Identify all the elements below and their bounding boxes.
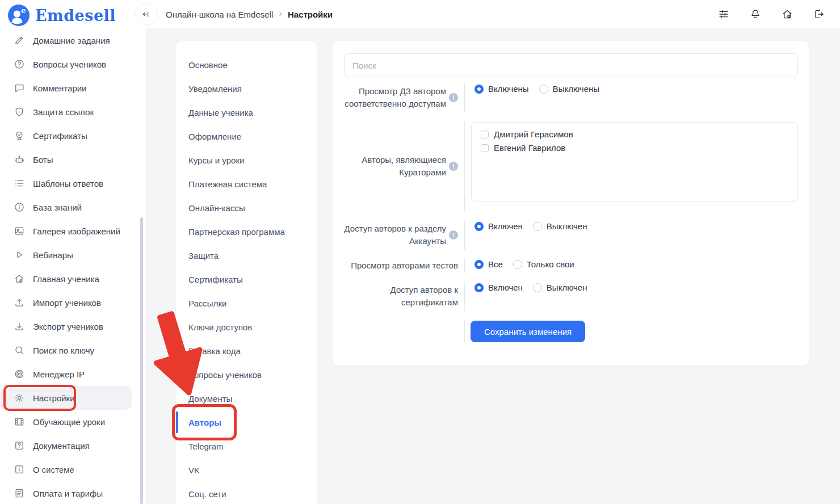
list-icon: [14, 178, 25, 189]
checkbox-option-label: Дмитрий Герасимов: [494, 129, 573, 139]
home-student-icon: [14, 273, 25, 284]
settings-menu-item-label: Вопросы учеников: [188, 370, 262, 380]
settings-menu-item-онлайн-кассы[interactable]: Онлайн-кассы: [176, 196, 317, 220]
info-icon[interactable]: !: [449, 162, 458, 171]
sidebar-item-менеджер-ip[interactable]: Менеджер IP: [0, 362, 132, 386]
settings-menu-item-документы[interactable]: Документы: [176, 387, 317, 410]
field-control: ВключеныВыключены: [464, 83, 798, 112]
settings-menu-item-уведомления[interactable]: Уведомления: [176, 77, 317, 100]
checkbox-option[interactable]: Евгений Гаврилов: [481, 143, 788, 153]
certificate-icon: [14, 130, 25, 141]
svg-text:e: e: [21, 6, 26, 15]
sidebar-item-обучающие-уроки[interactable]: Обучающие уроки: [0, 410, 132, 434]
settings-menu-item-рассылки[interactable]: Рассылки: [176, 291, 317, 315]
radio-option[interactable]: Только свои: [513, 259, 574, 269]
sidebar-item-label: Обучающие уроки: [33, 417, 105, 427]
image-icon: [14, 225, 25, 237]
search-input[interactable]: [344, 53, 798, 77]
sidebar-item-label: Комментарии: [33, 83, 86, 93]
radio-option[interactable]: Все: [474, 259, 503, 269]
logout-button[interactable]: [813, 8, 825, 20]
play-icon: [14, 249, 25, 261]
sidebar-item-label: Документация: [33, 441, 90, 451]
sidebar-item-экспорт-учеников[interactable]: Экспорт учеников: [0, 314, 132, 338]
radio-icon: [539, 85, 548, 94]
settings-menu-item-label: Вставка кода: [188, 346, 241, 356]
sliders-button[interactable]: [717, 8, 730, 20]
sidebar-item-label: База знаний: [33, 203, 82, 212]
sidebar-item-оплата-и-тарифы[interactable]: Оплата и тарифы: [0, 481, 132, 504]
settings-menu-item-label: Соц. сети: [188, 489, 226, 499]
settings-menu-item-авторы[interactable]: Авторы: [176, 410, 317, 434]
radio-option[interactable]: Выключен: [533, 221, 587, 231]
settings-menu-item-защита[interactable]: Защита: [176, 243, 317, 267]
settings-menu-item-курсы-и-уроки[interactable]: Курсы и уроки: [176, 148, 317, 172]
settings-menu-item-соц-сети[interactable]: Соц. сети: [176, 482, 317, 504]
settings-menu-item-вставка-кода[interactable]: Вставка кода: [176, 339, 317, 363]
radio-option[interactable]: Выключен: [533, 283, 587, 292]
sidebar-item-документация[interactable]: Документация: [0, 434, 132, 457]
settings-menu-item-label: Сертификаты: [188, 275, 243, 284]
sidebar-item-поиск-по-ключу[interactable]: Поиск по ключу: [0, 338, 132, 362]
radio-icon: [533, 222, 542, 231]
logout-icon: [813, 8, 825, 20]
settings-menu-item-платежная-система[interactable]: Платежная система: [176, 172, 317, 196]
settings-menu-item-сертификаты[interactable]: Сертификаты: [176, 267, 317, 291]
sidebar-item-вебинары[interactable]: Вебинары: [0, 243, 132, 267]
settings-menu-item-основное[interactable]: Основное: [176, 53, 317, 77]
radio-option-label: Включены: [488, 84, 529, 94]
radio-option[interactable]: Выключены: [539, 84, 599, 94]
bell-button[interactable]: [749, 8, 762, 20]
radio-option[interactable]: Включен: [474, 221, 523, 231]
breadcrumb-separator-icon: ›: [279, 8, 282, 19]
sidebar-item-защита-ссылок[interactable]: Защита ссылок: [0, 100, 132, 124]
radio-option-label: Включен: [488, 221, 523, 231]
curators-list[interactable]: Дмитрий ГерасимовЕвгений Гаврилов: [471, 122, 798, 201]
checkbox-icon: [481, 131, 489, 138]
sidebar-item-комментарии[interactable]: Комментарии: [0, 76, 132, 100]
info-icon[interactable]: !: [449, 93, 458, 102]
settings-menu-item-ключи-доступов[interactable]: Ключи доступов: [176, 315, 317, 339]
settings-menu-item-данные-ученика[interactable]: Данные ученика: [176, 100, 317, 124]
radio-option[interactable]: Включен: [474, 283, 523, 292]
checkbox-icon: [481, 144, 489, 152]
settings-menu-item-оформление[interactable]: Оформление: [176, 124, 317, 148]
sidebar-item-label: Вопросы учеников: [33, 60, 106, 69]
sidebar-item-домашние-задания[interactable]: Домашние задания: [0, 28, 132, 52]
sidebar-item-настройки[interactable]: Настройки: [0, 386, 132, 410]
form-row: Просмотр ДЗ автором соответственно досту…: [344, 83, 798, 112]
sidebar-item-галерея-изображений[interactable]: Галерея изображений: [0, 219, 132, 243]
settings-menu-item-label: Оформление: [188, 132, 241, 141]
sidebar-item-label: Импорт учеников: [33, 298, 101, 308]
breadcrumb-school[interactable]: Онлайн-школа на Emdesell: [166, 10, 273, 19]
settings-menu-item-label: Ключи доступов: [188, 322, 252, 332]
form-row: Авторы, являющиеся Кураторами!Дмитрий Ге…: [344, 121, 798, 212]
save-button[interactable]: Сохранить изменения: [471, 321, 585, 342]
radio-option-label: Включен: [488, 283, 523, 292]
breadcrumb: Онлайн-школа на Emdesell › Настройки: [166, 0, 333, 28]
radio-icon: [513, 260, 522, 269]
gear-icon: [14, 392, 25, 404]
sidebar-item-сертификаты[interactable]: Сертификаты: [0, 124, 132, 148]
checkbox-option[interactable]: Дмитрий Герасимов: [481, 129, 788, 139]
sidebar-item-база-знаний[interactable]: База знаний: [0, 195, 132, 219]
sidebar-item-боты[interactable]: Боты: [0, 148, 132, 171]
upload-icon: [14, 297, 25, 308]
sidebar-item-главная-ученика[interactable]: Главная ученика: [0, 267, 132, 291]
brand-logo[interactable]: e Emdesell: [0, 0, 146, 28]
collapse-sidebar-button[interactable]: [135, 3, 158, 26]
settings-menu-item-партнерская-программа[interactable]: Партнерская программа: [176, 220, 317, 243]
field-control: ВключенВыключен: [464, 282, 798, 311]
radio-option[interactable]: Включены: [474, 84, 529, 94]
sidebar-scrollbar[interactable]: [140, 217, 143, 504]
sidebar-item-импорт-учеников[interactable]: Импорт учеников: [0, 291, 132, 314]
home-student-button[interactable]: [781, 8, 793, 20]
settings-menu-item-вопросы-учеников[interactable]: Вопросы учеников: [176, 363, 317, 387]
sidebar-item-о-системе[interactable]: О системе: [0, 457, 132, 481]
info-icon[interactable]: !: [449, 230, 458, 240]
sidebar-item-шаблоны-ответов[interactable]: Шаблоны ответов: [0, 171, 132, 195]
settings-menu-item-telegram[interactable]: Telegram: [176, 434, 317, 458]
settings-menu-item-vk[interactable]: VK: [176, 458, 317, 482]
topbar-actions: [717, 0, 825, 28]
sidebar-item-вопросы-учеников[interactable]: Вопросы учеников: [0, 52, 132, 76]
